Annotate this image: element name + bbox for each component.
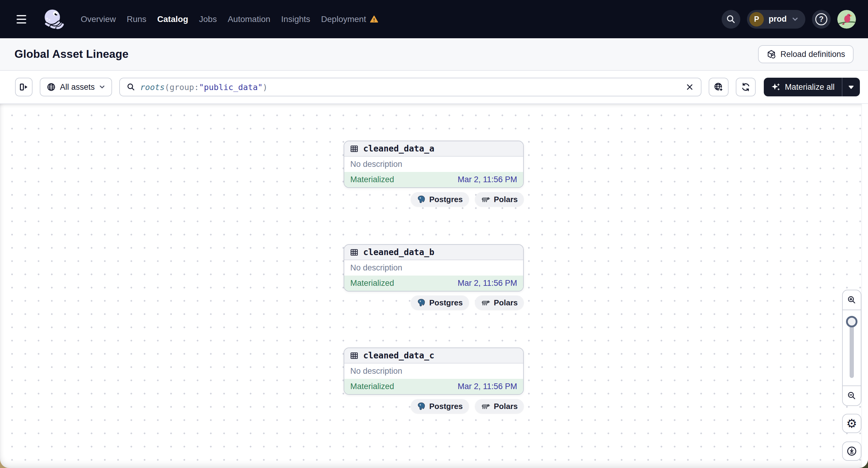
environment-initial: P — [749, 12, 764, 27]
status-badge: Materialized — [350, 279, 394, 288]
asset-scope-label: All assets — [60, 83, 95, 92]
nav-label: Runs — [127, 14, 146, 24]
query-key: group — [169, 83, 194, 92]
sparkles-icon — [771, 82, 781, 92]
tag-postgres[interactable]: Postgres — [411, 192, 469, 207]
help-button[interactable]: ? — [812, 10, 831, 29]
asset-status-row: Materialized Mar 2, 11:56 PM — [344, 379, 523, 394]
tag-polars[interactable]: Polars — [475, 399, 524, 413]
tag-polars[interactable]: Polars — [475, 295, 524, 310]
postgres-icon — [417, 195, 426, 204]
octopus-logo-graphic — [42, 8, 64, 30]
zoom-slider-thumb[interactable] — [846, 316, 858, 327]
tag-postgres[interactable]: Postgres — [411, 399, 469, 413]
asset-node-cleaned-data-b[interactable]: cleaned_data_b No description Materializ… — [344, 244, 524, 291]
materialization-timestamp[interactable]: Mar 2, 11:56 PM — [458, 279, 517, 288]
warning-icon — [370, 15, 379, 24]
reload-definitions-button[interactable]: Reload definitions — [758, 45, 854, 63]
asset-node-cleaned-data-a[interactable]: cleaned_data_a No description Materializ… — [344, 141, 524, 188]
asset-name: cleaned_data_a — [363, 144, 434, 154]
nav-label: Automation — [228, 14, 271, 24]
environment-switcher[interactable]: P prod — [747, 10, 805, 29]
asset-card-header: cleaned_data_b — [344, 245, 523, 260]
user-avatar[interactable] — [837, 10, 856, 29]
reload-definitions-label: Reload definitions — [780, 50, 845, 59]
nav-item-overview[interactable]: Overview — [81, 14, 116, 24]
query-colon: : — [194, 83, 199, 92]
asset-search-input[interactable]: roots(group:"public_data") — [119, 78, 702, 96]
asset-scope-dropdown[interactable]: All assets — [40, 78, 112, 96]
materialize-all-label: Materialize all — [785, 83, 835, 92]
asset-node-cleaned-data-c[interactable]: cleaned_data_c No description Materializ… — [344, 347, 524, 395]
asset-tags-row: Postgres — [344, 192, 524, 207]
chevron-down-icon — [792, 15, 799, 23]
table-icon — [350, 248, 359, 257]
nav-item-catalog[interactable]: Catalog — [157, 14, 188, 24]
asset-description: No description — [344, 364, 523, 379]
tag-label: Polars — [494, 402, 518, 411]
graph-surface[interactable]: cleaned_data_a No description Materializ… — [0, 104, 868, 468]
materialize-options-button[interactable] — [842, 78, 860, 96]
nav-item-insights[interactable]: Insights — [281, 14, 311, 24]
refresh-graph-button[interactable] — [736, 78, 756, 96]
globe-add-icon — [713, 82, 724, 92]
asset-tags-row: Postgres — [344, 295, 524, 310]
zoom-slider[interactable] — [843, 310, 861, 385]
query-paren: ) — [262, 83, 268, 92]
nav-item-deployment[interactable]: Deployment — [321, 14, 379, 24]
open-left-panel-button[interactable] — [15, 78, 33, 96]
asset-name: cleaned_data_b — [363, 247, 434, 257]
clear-search-button[interactable] — [685, 83, 694, 92]
new-scope-button[interactable] — [709, 78, 728, 96]
close-icon — [685, 83, 694, 92]
status-badge: Materialized — [350, 382, 394, 391]
postgres-icon — [417, 402, 426, 411]
zoom-out-icon — [847, 391, 857, 401]
nav-item-jobs[interactable]: Jobs — [199, 14, 217, 24]
materialization-timestamp[interactable]: Mar 2, 11:56 PM — [458, 175, 517, 184]
refresh-icon — [741, 82, 751, 92]
materialization-timestamp[interactable]: Mar 2, 11:56 PM — [458, 382, 517, 391]
asset-tags-row: Postgres — [344, 399, 524, 413]
tag-postgres[interactable]: Postgres — [411, 295, 469, 310]
page-header: Global Asset Lineage Reload definitions — [0, 38, 868, 71]
lineage-toolbar: All assets roots(group:"public_data") — [0, 71, 868, 104]
nav-label: Deployment — [321, 14, 366, 24]
bird-avatar-icon — [837, 10, 856, 29]
polars-icon — [481, 403, 491, 410]
nav-label: Catalog — [157, 14, 188, 24]
search-button[interactable] — [722, 10, 740, 29]
environment-name: prod — [769, 14, 787, 24]
materialize-all-button[interactable]: Materialize all — [764, 78, 842, 96]
asset-name: cleaned_data_c — [363, 350, 434, 361]
nav-label: Jobs — [199, 14, 217, 24]
zoom-in-button[interactable] — [843, 290, 861, 310]
query-paren: ( — [165, 83, 169, 92]
tag-label: Postgres — [429, 298, 463, 308]
tag-polars[interactable]: Polars — [475, 192, 524, 207]
tag-label: Polars — [494, 298, 518, 308]
nav-item-automation[interactable]: Automation — [228, 14, 271, 24]
zoom-out-button[interactable] — [843, 386, 861, 405]
zoom-control-panel — [842, 290, 861, 406]
caret-down-icon — [848, 85, 854, 89]
table-icon — [350, 351, 359, 360]
app-window: Overview Runs Catalog Jobs Automation In… — [0, 0, 868, 468]
nav-item-runs[interactable]: Runs — [127, 14, 146, 24]
asset-description: No description — [344, 260, 523, 276]
polars-icon — [481, 196, 491, 203]
dagster-logo-icon[interactable] — [42, 6, 64, 32]
page-title: Global Asset Lineage — [14, 48, 129, 61]
menu-icon[interactable] — [17, 13, 30, 26]
query-value: "public_data" — [199, 83, 262, 92]
graph-settings-button[interactable]: ⚙ — [842, 414, 861, 433]
nav-label: Overview — [81, 14, 116, 24]
download-icon — [846, 446, 857, 457]
lineage-graph-canvas: cleaned_data_a No description Materializ… — [0, 104, 868, 468]
gear-icon: ⚙ — [846, 417, 857, 430]
table-icon — [350, 144, 359, 153]
scrollbar-gutter[interactable] — [861, 104, 868, 468]
question-icon: ? — [815, 13, 827, 25]
asset-card-header: cleaned_data_c — [344, 348, 523, 364]
download-graph-button[interactable] — [842, 441, 861, 461]
